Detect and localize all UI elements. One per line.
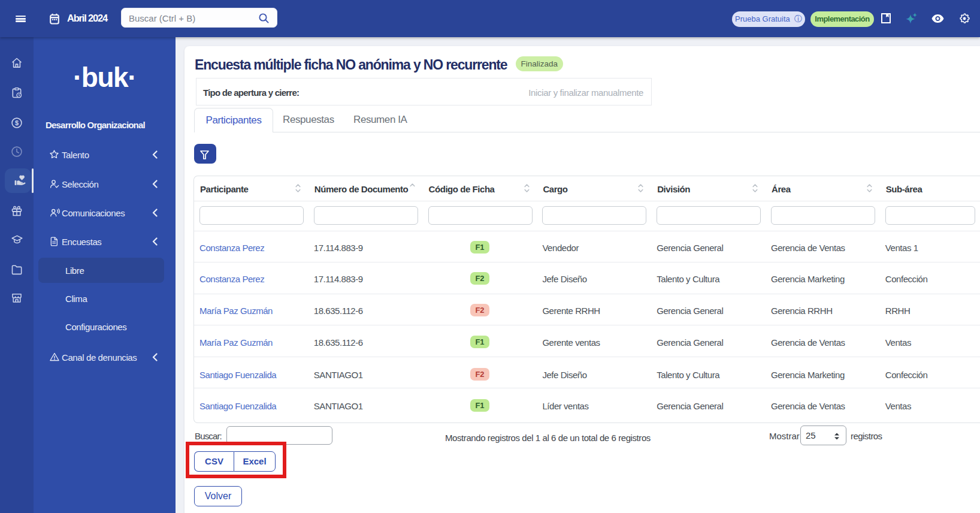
svg-text:$: $ [15,119,19,126]
